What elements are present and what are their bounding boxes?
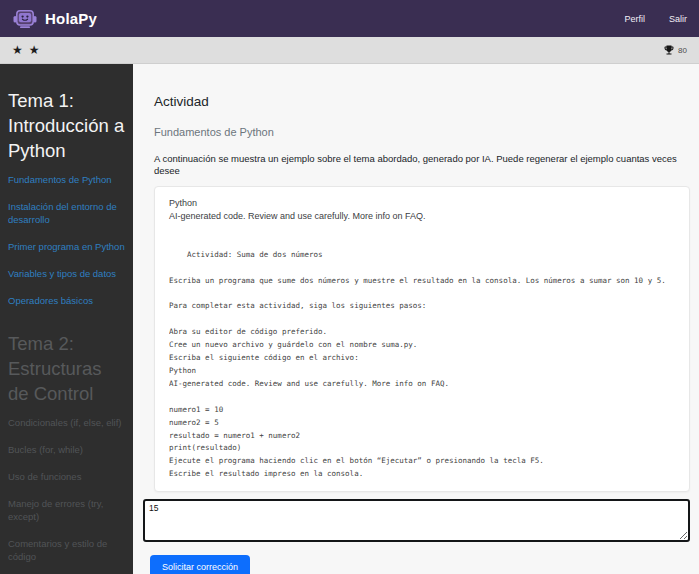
sidebar-section-title: Tema 1: Introducción a Python xyxy=(8,88,125,163)
brand-title: HolaPy xyxy=(45,10,97,27)
sidebar-item-operadores[interactable]: Operadores básicos xyxy=(8,294,125,307)
sidebar-item-instalacion[interactable]: Instalación del entorno de desarrollo xyxy=(8,200,125,226)
sidebar-item-bucles[interactable]: Bucles (for, while) xyxy=(8,443,125,456)
course-sidebar: Tema 1: Introducción a Python Fundamento… xyxy=(0,64,133,574)
earned-stars: ★ ★ xyxy=(12,44,40,56)
sidebar-item-fundamentos[interactable]: Fundamentos de Python xyxy=(8,173,125,186)
ai-example-text: Actividad: Suma de dos números Escriba u… xyxy=(169,223,675,481)
sidebar-section-tema1: Tema 1: Introducción a Python Fundamento… xyxy=(8,88,125,307)
page-title: Actividad xyxy=(154,94,690,110)
score-value: 80 xyxy=(678,46,687,55)
request-correction-button[interactable]: Solicitar corrección xyxy=(150,555,250,574)
trophy-icon xyxy=(663,44,675,56)
star-icon: ★ xyxy=(29,44,40,56)
sidebar-section-title: Tema 2: Estructuras de Control xyxy=(8,331,125,406)
nav-link-perfil[interactable]: Perfil xyxy=(624,14,645,24)
nav-link-salir[interactable]: Salir xyxy=(669,14,687,24)
sidebar-section-tema2: Tema 2: Estructuras de Control Condicion… xyxy=(8,331,125,563)
main-content: Actividad Fundamentos de Python A contin… xyxy=(133,64,699,574)
brand[interactable]: HolaPy xyxy=(12,8,97,30)
content-row: Tema 1: Introducción a Python Fundamento… xyxy=(0,64,699,574)
ai-example-disclaimer: Python AI-generated code. Review and use… xyxy=(169,197,675,223)
activity-description: A continuación se muestra un ejemplo sob… xyxy=(154,153,690,177)
sidebar-item-primer-programa[interactable]: Primer programa en Python xyxy=(8,240,125,253)
status-bar: ★ ★ 80 xyxy=(0,37,699,64)
sidebar-item-errores[interactable]: Manejo de errores (try, except) xyxy=(8,497,125,523)
score-wrap: 80 xyxy=(663,44,687,56)
sidebar-item-condicionales[interactable]: Condicionales (if, else, elif) xyxy=(8,416,125,429)
sidebar-item-comentarios[interactable]: Comentarios y estilo de código xyxy=(8,537,125,563)
top-navbar: HolaPy Perfil Salir xyxy=(0,0,699,37)
topic-subtitle: Fundamentos de Python xyxy=(154,126,690,139)
ai-example-box: Python AI-generated code. Review and use… xyxy=(154,186,690,492)
star-icon: ★ xyxy=(12,44,23,56)
sidebar-item-funciones[interactable]: Uso de funciones xyxy=(8,470,125,483)
robot-logo-icon xyxy=(12,8,38,30)
navbar-links: Perfil Salir xyxy=(624,14,687,24)
answer-input[interactable]: 15 xyxy=(143,499,690,542)
sidebar-item-variables[interactable]: Variables y tipos de datos xyxy=(8,267,125,280)
